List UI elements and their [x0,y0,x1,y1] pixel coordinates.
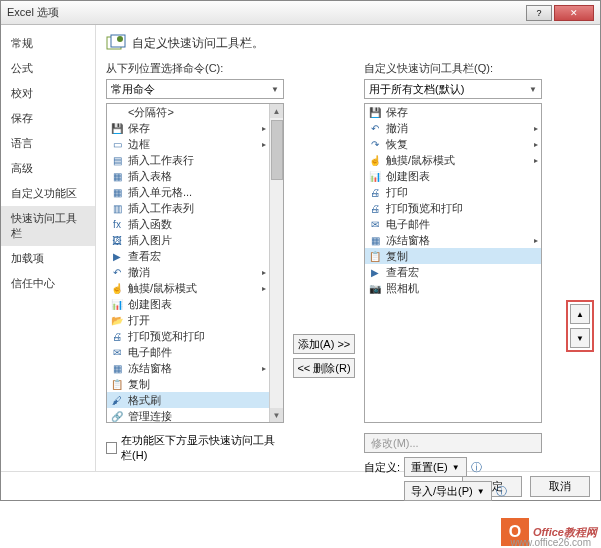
list-item[interactable]: 📊创建图表 [107,296,269,312]
chevron-down-icon: ▼ [477,487,485,496]
sidebar-item[interactable]: 公式 [1,56,95,81]
main-panel: 自定义快速访问工具栏。 从下列位置选择命令(C): 常用命令 ▼ <分隔符>💾保… [96,25,600,471]
command-icon: ▥ [110,201,124,215]
command-icon: ▦ [110,169,124,183]
list-item[interactable]: ▦冻结窗格▸ [107,360,269,376]
list-item[interactable]: <分隔符> [107,104,269,120]
list-item[interactable]: ▦冻结窗格▸ [365,232,541,248]
list-item[interactable]: ▶查看宏 [365,264,541,280]
list-item[interactable]: ☝触摸/鼠标模式▸ [107,280,269,296]
submenu-arrow-icon: ▸ [534,236,538,245]
list-item[interactable]: ✉电子邮件 [365,216,541,232]
list-item[interactable]: ▤插入工作表行 [107,152,269,168]
command-icon: ↶ [110,265,124,279]
choose-commands-combo[interactable]: 常用命令 ▼ [106,79,284,99]
list-item[interactable]: ↷恢复▸ [365,136,541,152]
chevron-down-icon: ▼ [271,85,279,94]
list-item[interactable]: 🖨打印 [365,184,541,200]
panel-heading: 自定义快速访问工具栏。 [106,33,590,53]
list-item[interactable]: 📋复制 [365,248,541,264]
list-item[interactable]: fx插入函数 [107,216,269,232]
scroll-down-icon[interactable]: ▼ [270,408,283,422]
list-item-label: 格式刷 [128,393,161,408]
choose-commands-value: 常用命令 [111,82,155,97]
list-item[interactable]: 🖨打印预览和打印 [365,200,541,216]
list-item[interactable]: 💾保存 [365,104,541,120]
current-qat-list[interactable]: 💾保存↶撤消▸↷恢复▸☝触摸/鼠标模式▸📊创建图表🖨打印🖨打印预览和打印✉电子邮… [364,103,542,423]
sidebar-item[interactable]: 自定义功能区 [1,181,95,206]
customizations-label: 自定义: [364,460,400,475]
list-item[interactable]: 🖼插入图片 [107,232,269,248]
list-item-label: 边框 [128,137,150,152]
list-item[interactable]: ▶查看宏 [107,248,269,264]
import-export-button[interactable]: 导入/导出(P) ▼ [404,481,492,501]
submenu-arrow-icon: ▸ [534,156,538,165]
list-item[interactable]: ✉电子邮件 [107,344,269,360]
list-item[interactable]: 🖨打印预览和打印 [107,328,269,344]
submenu-arrow-icon: ▸ [262,364,266,373]
list-item-label: 触摸/鼠标模式 [128,281,197,296]
list-item[interactable]: ▦插入单元格... [107,184,269,200]
command-icon: 🖌 [110,393,124,407]
list-item[interactable]: ☝触摸/鼠标模式▸ [365,152,541,168]
command-icon: ▤ [110,153,124,167]
list-item[interactable]: ▦插入表格 [107,168,269,184]
chevron-down-icon: ▼ [529,85,537,94]
command-icon: 🖨 [368,185,382,199]
move-down-button[interactable]: ▼ [570,328,590,348]
list-item-label: 创建图表 [128,297,172,312]
scroll-up-icon[interactable]: ▲ [270,104,283,118]
submenu-arrow-icon: ▸ [534,140,538,149]
sidebar-item[interactable]: 语言 [1,131,95,156]
help-button[interactable]: ? [526,5,552,21]
list-item[interactable]: ↶撤消▸ [365,120,541,136]
available-commands-list[interactable]: <分隔符>💾保存▸▭边框▸▤插入工作表行▦插入表格▦插入单元格...▥插入工作表… [106,103,284,423]
category-sidebar: 常规公式校对保存语言高级自定义功能区快速访问工具栏加载项信任中心 [1,25,96,471]
sidebar-item[interactable]: 加载项 [1,246,95,271]
reset-button[interactable]: 重置(E) ▼ [404,457,467,477]
list-item[interactable]: 🖌格式刷 [107,392,269,408]
scroll-thumb[interactable] [271,120,283,180]
panel-heading-text: 自定义快速访问工具栏。 [132,35,264,52]
list-item-label: 打印预览和打印 [386,201,463,216]
list-item-label: <分隔符> [128,105,174,120]
sidebar-item[interactable]: 高级 [1,156,95,181]
command-icon: 🖼 [110,233,124,247]
command-icon: ✉ [110,345,124,359]
sidebar-item[interactable]: 快速访问工具栏 [1,206,95,246]
list-item-label: 插入工作表列 [128,201,194,216]
svg-point-2 [117,36,123,42]
list-item-label: 恢复 [386,137,408,152]
command-icon: 💾 [368,105,382,119]
remove-button[interactable]: << 删除(R) [293,358,355,378]
show-below-ribbon-checkbox[interactable] [106,442,117,454]
choose-commands-label: 从下列位置选择命令(C): [106,61,284,76]
list-item[interactable]: 💾保存▸ [107,120,269,136]
move-up-button[interactable]: ▲ [570,304,590,324]
list-item[interactable]: ▭边框▸ [107,136,269,152]
list-item[interactable]: 🔗管理连接 [107,408,269,422]
scrollbar[interactable]: ▲ ▼ [269,104,283,422]
sidebar-item[interactable]: 常规 [1,31,95,56]
list-item[interactable]: ↶撤消▸ [107,264,269,280]
list-item[interactable]: 📋复制 [107,376,269,392]
modify-button[interactable]: 修改(M)... [364,433,542,453]
command-icon: ▶ [110,249,124,263]
reorder-highlight-box: ▲ ▼ [566,300,594,352]
list-item[interactable]: ▥插入工作表列 [107,200,269,216]
list-item[interactable]: 📊创建图表 [365,168,541,184]
sidebar-item[interactable]: 校对 [1,81,95,106]
list-item[interactable]: 📂打开 [107,312,269,328]
options-dialog: Excel 选项 ? ✕ 常规公式校对保存语言高级自定义功能区快速访问工具栏加载… [0,0,601,501]
command-icon: 🖨 [368,201,382,215]
list-item-label: 打印预览和打印 [128,329,205,344]
list-item-label: 插入图片 [128,233,172,248]
list-item-label: 插入工作表行 [128,153,194,168]
list-item-label: 冻结窗格 [128,361,172,376]
sidebar-item[interactable]: 信任中心 [1,271,95,296]
list-item[interactable]: 📷照相机 [365,280,541,296]
customize-qat-combo[interactable]: 用于所有文档(默认) ▼ [364,79,542,99]
add-button[interactable]: 添加(A) >> [293,334,355,354]
sidebar-item[interactable]: 保存 [1,106,95,131]
close-button[interactable]: ✕ [554,5,594,21]
